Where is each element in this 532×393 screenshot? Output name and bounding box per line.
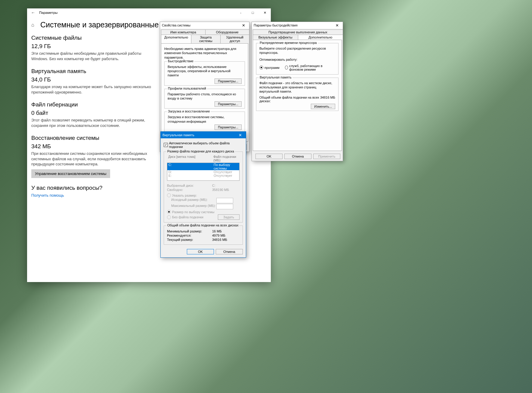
radio-label: Указать размер: <box>172 194 197 197</box>
selected-drive-value: C: <box>212 184 215 187</box>
back-button[interactable]: ← <box>29 10 37 15</box>
radio-icon <box>167 215 171 219</box>
drive-letter: C: <box>169 163 214 170</box>
dialog-titlebar[interactable]: Виртуальная память ✕ <box>161 132 246 138</box>
rec-row: Рекомендуется: 4979 МБ <box>167 234 240 237</box>
tab-computer-name[interactable]: Имя компьютера <box>161 29 206 35</box>
tab-remote[interactable]: Удаленный доступ <box>220 35 249 43</box>
max-size-input <box>216 204 233 209</box>
drive-letter: E: <box>169 174 214 177</box>
current-value: 34816 МБ <box>212 238 227 241</box>
tab-dep[interactable]: Предотвращение выполнения данных <box>253 29 343 35</box>
drive-row[interactable]: E: Отсутствует <box>167 174 239 177</box>
drive-pagefile: Отсутствует <box>214 174 238 177</box>
tab-advanced[interactable]: Дополнительно <box>161 35 191 43</box>
drive-list[interactable]: C: По выбору системы D: Отсутствует E: О… <box>167 163 240 181</box>
radio-no-pagefile: Без файла подкачки <box>167 215 218 219</box>
ok-button[interactable]: OK <box>255 154 283 159</box>
apply-button[interactable]: Применить <box>313 154 340 159</box>
page-heading: Системные и зарезервированные <box>40 20 159 29</box>
radio-services[interactable]: служб, работающих в фоновом режиме <box>285 64 335 71</box>
tab-protection[interactable]: Защита системы <box>191 35 220 43</box>
radio-icon <box>167 193 171 197</box>
advanced-panel: Распределение времени процессора Выберит… <box>253 40 342 151</box>
window-controls: ‐ □ ✕ <box>235 8 271 17</box>
dialog-titlebar[interactable]: Параметры быстродействия ✕ <box>252 22 343 29</box>
group-title: Распределение времени процессора <box>259 41 318 45</box>
cancel-button[interactable]: Отмена <box>284 154 311 159</box>
free-value: 358190 МБ <box>212 188 229 192</box>
change-button[interactable]: Изменить... <box>311 104 335 109</box>
performance-group: Быстродействие Визуальные эффекты, испол… <box>164 61 245 86</box>
radio-label: Размер по выбору системы <box>172 210 214 214</box>
group-title: Быстродействие <box>167 59 194 63</box>
selected-drive-row: Выбранный диск: C: <box>167 184 240 187</box>
radio-icon <box>259 66 263 69</box>
minimize-button[interactable]: ‐ <box>235 8 247 17</box>
radio-system-managed: Размер по выбору системы <box>167 210 240 214</box>
radio-icon <box>285 66 288 69</box>
radio-programs[interactable]: программ <box>259 64 280 71</box>
tab-row-top: Предотвращение выполнения данных <box>252 29 343 35</box>
cancel-button[interactable]: Отмена <box>216 249 243 254</box>
auto-manage-checkbox[interactable]: ✓ Автоматически выбирать объем файла под… <box>164 141 243 149</box>
radio-icon <box>167 210 171 214</box>
group-text: Визуальные эффекты, использование процес… <box>168 65 242 78</box>
current-row: Текущий размер: 34816 МБ <box>167 238 240 241</box>
max-size-label: Максимальный размер (МБ): <box>167 204 216 209</box>
group-text: Файл подкачки - это область на жестком д… <box>259 81 335 94</box>
tab-advanced[interactable]: Дополнительно <box>298 35 343 40</box>
drive-row[interactable]: D: Отсутствует <box>167 170 239 174</box>
close-button[interactable]: ✕ <box>259 8 271 17</box>
min-value: 16 МБ <box>212 229 222 233</box>
ok-button[interactable]: OK <box>187 249 214 254</box>
section-description: Эти системные файлы необходимы для прави… <box>31 51 155 61</box>
manage-restore-button[interactable]: Управление восстановлением системы <box>31 169 110 178</box>
group-title: Общий объем файла подкачки на всех диска… <box>166 223 239 227</box>
drive-row[interactable]: C: По выбору системы <box>167 163 239 170</box>
close-icon[interactable]: ✕ <box>236 133 244 137</box>
col-pagefile: Файл подкачки (МБ) <box>213 155 238 162</box>
performance-settings-button[interactable]: Параметры... <box>215 78 242 84</box>
group-title: Размер файла подкачки для каждого диска <box>166 149 235 153</box>
initial-size-label: Исходный размер (МБ): <box>167 198 216 203</box>
tab-row-top: Имя компьютера Оборудование <box>160 29 249 35</box>
set-button: Задать <box>218 214 240 220</box>
totals-group: Общий объем файла подкачки на всех диска… <box>164 226 243 245</box>
startup-group: Загрузка и восстановление Загрузка и вос… <box>164 112 245 132</box>
maximize-button[interactable]: □ <box>247 8 259 17</box>
close-icon[interactable]: ✕ <box>333 23 341 28</box>
group-text: Выберите способ распределения ресурсов п… <box>259 46 335 55</box>
section-description: Благодаря этому на компьютере может быть… <box>31 84 155 95</box>
rec-value: 4979 МБ <box>212 234 225 237</box>
tab-hardware[interactable]: Оборудование <box>205 29 250 35</box>
rec-label: Рекомендуется: <box>167 234 212 237</box>
settings-titlebar[interactable]: ← Параметры ‐ □ ✕ <box>27 8 271 17</box>
drive-pagefile: По выбору системы <box>214 163 238 170</box>
close-icon[interactable]: ✕ <box>240 23 247 28</box>
initial-size-input <box>216 198 233 203</box>
vm-body: ✓ Автоматически выбирать объем файла под… <box>161 138 246 257</box>
dialog-title: Свойства системы <box>162 23 190 27</box>
scheduling-group: Распределение времени процессора Выберит… <box>256 43 339 75</box>
home-icon[interactable]: ⌂ <box>31 22 37 28</box>
profiles-group: Профили пользователей Параметры рабочего… <box>164 89 245 109</box>
col-drive: Диск [метка тома] <box>168 155 213 162</box>
initial-size-row: Исходный размер (МБ): <box>167 198 240 203</box>
tab-visual-effects[interactable]: Визуальные эффекты <box>253 35 298 40</box>
dialog-titlebar[interactable]: Свойства системы ✕ <box>160 22 249 29</box>
section-description: При восстановлении системы сохраняются к… <box>31 151 155 167</box>
dialog-title: Параметры быстродействия <box>254 23 298 27</box>
section-description: Этот файл позволяет переводить компьютер… <box>31 118 155 128</box>
group-title: Виртуальная память <box>259 75 292 79</box>
radio-label: служб, работающих в фоновом режиме <box>289 64 335 71</box>
min-label: Минимальный размер: <box>167 229 212 233</box>
profiles-settings-button[interactable]: Параметры... <box>215 101 242 107</box>
max-size-row: Максимальный размер (МБ): <box>167 204 240 209</box>
startup-settings-button[interactable]: Параметры... <box>215 124 242 130</box>
checkbox-label: Автоматически выбирать объем файла подка… <box>169 141 243 149</box>
dialog-buttons: OK Отмена Применить <box>252 152 343 161</box>
total-label: Общий объем файла подкачки на всех диска… <box>259 96 320 103</box>
dialog-buttons: OK Отмена <box>164 248 243 254</box>
checkbox-icon: ✓ <box>164 143 168 147</box>
